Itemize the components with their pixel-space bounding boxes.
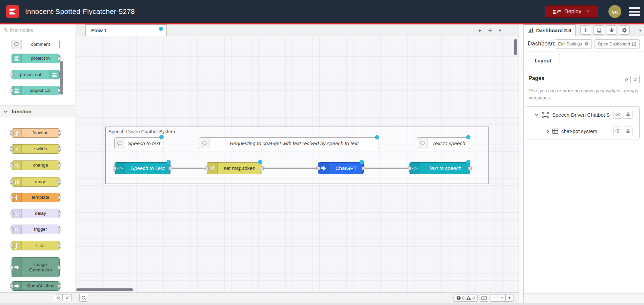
visibility-toggle-button[interactable]: [613, 127, 622, 135]
input-port[interactable]: [10, 244, 14, 248]
palette-node-range[interactable]: range: [12, 177, 60, 187]
output-port[interactable]: [168, 166, 172, 170]
palette-node-template[interactable]: { template: [12, 193, 60, 202]
tab-layout[interactable]: Layout: [526, 54, 560, 67]
output-port[interactable]: [362, 166, 365, 170]
palette-node-comment[interactable]: comment: [12, 40, 60, 49]
add-flow-button[interactable]: +: [488, 26, 492, 34]
node-speech-to-text[interactable]: </> Speech to Text: [115, 162, 170, 174]
main-menu-button[interactable]: [629, 7, 640, 16]
zoom-out-button[interactable]: −: [490, 294, 498, 302]
node-text-to-speech[interactable]: </> Text to speech: [409, 162, 470, 174]
palette-node-openai-ubos[interactable]: OpenAI Ubos: [12, 281, 60, 291]
wire[interactable]: [262, 168, 318, 169]
input-port[interactable]: [10, 180, 14, 184]
sidebar-tabs-caret[interactable]: ▾: [639, 28, 641, 33]
comment-node-speech-to-text[interactable]: Speech to text: [114, 137, 163, 149]
palette-filter-input[interactable]: [10, 27, 61, 33]
palette-node-trigger[interactable]: trigger: [12, 225, 60, 234]
tab-scroll-right-icon[interactable]: ▸: [479, 27, 482, 33]
input-port[interactable]: [10, 89, 14, 93]
palette-node-filter[interactable]: ∫ filter: [12, 241, 60, 250]
output-port[interactable]: [58, 180, 61, 184]
comment-node-requesting[interactable]: Requesting to chat-gpt with text recived…: [199, 137, 379, 149]
pages-collapse-all-button[interactable]: [622, 76, 631, 83]
output-port[interactable]: [58, 131, 61, 135]
palette-node-switch[interactable]: switch: [12, 144, 60, 154]
input-port[interactable]: [10, 212, 14, 215]
minimap-button[interactable]: [480, 294, 488, 302]
output-port[interactable]: [260, 166, 264, 170]
palette-collapse-all-button[interactable]: [54, 294, 63, 301]
palette-category-function[interactable]: function: [0, 105, 75, 117]
visibility-toggle-button[interactable]: [613, 110, 622, 119]
help-tab-button[interactable]: [593, 25, 604, 35]
palette-node-project-out[interactable]: project out: [12, 70, 60, 79]
palette-node-label: switch: [22, 146, 59, 152]
palette-node-change[interactable]: change: [12, 160, 60, 170]
palette-node-project-in[interactable]: project in: [12, 54, 60, 63]
palette-node-project-call[interactable]: project call: [12, 86, 60, 95]
input-port[interactable]: [10, 228, 14, 231]
node-chatgpt[interactable]: ChatGPT: [318, 162, 364, 174]
workspace: Flow 1 ▸ + ▾ Speech-Driven Chatbot Syste…: [75, 24, 519, 303]
debug-tab-button[interactable]: [606, 25, 617, 35]
sidebar-tabbar: Dashboard 2.0 i ▾: [524, 24, 644, 36]
comment-node-text-to-speech[interactable]: Text to speech: [417, 137, 470, 149]
canvas-horizontal-scrollbar[interactable]: [76, 288, 133, 291]
palette-node-function[interactable]: ƒ function: [12, 128, 60, 138]
flow-list-caret[interactable]: ▾: [499, 28, 501, 33]
input-port[interactable]: [205, 166, 209, 170]
zoom-in-button[interactable]: +: [506, 294, 514, 302]
input-port[interactable]: [10, 164, 14, 167]
search-icon: [3, 28, 8, 32]
user-avatar[interactable]: su: [608, 5, 621, 18]
output-port[interactable]: [58, 244, 61, 248]
input-port[interactable]: [10, 147, 14, 151]
palette-scrollbar[interactable]: [60, 61, 63, 95]
edit-settings-button[interactable]: Edit Settings: [555, 39, 592, 49]
output-port[interactable]: [58, 57, 61, 60]
canvas-search-button[interactable]: [79, 294, 88, 302]
canvas-vertical-scrollbar[interactable]: [514, 39, 517, 55]
palette-expand-all-button[interactable]: [63, 294, 72, 301]
open-dashboard-button[interactable]: Open Dashboard: [595, 39, 640, 49]
deploy-options-caret[interactable]: [586, 11, 590, 13]
palette-scroll-area[interactable]: comment project in project out project c…: [0, 36, 75, 292]
input-port[interactable]: [10, 131, 14, 135]
sidebar-splitter[interactable]: [519, 24, 524, 303]
info-tab-button[interactable]: i: [580, 25, 591, 35]
tree-item-group[interactable]: chat-bot system: [526, 123, 639, 139]
output-port[interactable]: [58, 265, 61, 269]
config-tab-button[interactable]: [619, 25, 630, 35]
input-port[interactable]: [10, 284, 14, 288]
notification-counts[interactable]: 0 0: [454, 294, 478, 302]
palette-node-delay[interactable]: delay: [12, 209, 60, 218]
lock-toggle-button[interactable]: [624, 110, 632, 119]
pages-expand-all-button[interactable]: [631, 76, 640, 83]
wire[interactable]: [170, 168, 207, 169]
tree-item-page[interactable]: Speech-Driven Chatbot S: [526, 107, 639, 123]
output-port[interactable]: [468, 166, 472, 170]
input-port[interactable]: [408, 166, 411, 170]
output-port[interactable]: [58, 212, 61, 215]
output-port[interactable]: [58, 196, 61, 199]
lock-toggle-button[interactable]: [624, 127, 632, 135]
input-port[interactable]: [10, 196, 14, 199]
input-port[interactable]: [113, 166, 117, 170]
input-port[interactable]: [316, 166, 320, 170]
tab-dashboard-2[interactable]: Dashboard 2.0: [524, 24, 576, 36]
output-port[interactable]: [58, 228, 61, 231]
tab-flow-1[interactable]: Flow 1: [85, 24, 167, 36]
flow-canvas[interactable]: Speech-Driven Chatbot System. Speech to …: [75, 36, 519, 292]
output-port[interactable]: [58, 147, 61, 151]
palette-node-image-generation[interactable]: Image Generation: [12, 257, 60, 277]
output-port[interactable]: [58, 284, 61, 288]
zoom-reset-button[interactable]: ○: [498, 294, 506, 302]
input-port[interactable]: [10, 265, 14, 269]
node-set-msg-token[interactable]: set msg.token: [207, 162, 262, 174]
input-port[interactable]: [10, 73, 14, 77]
output-port[interactable]: [58, 164, 61, 167]
deploy-button[interactable]: Deploy: [545, 5, 598, 18]
wire[interactable]: [364, 168, 409, 169]
